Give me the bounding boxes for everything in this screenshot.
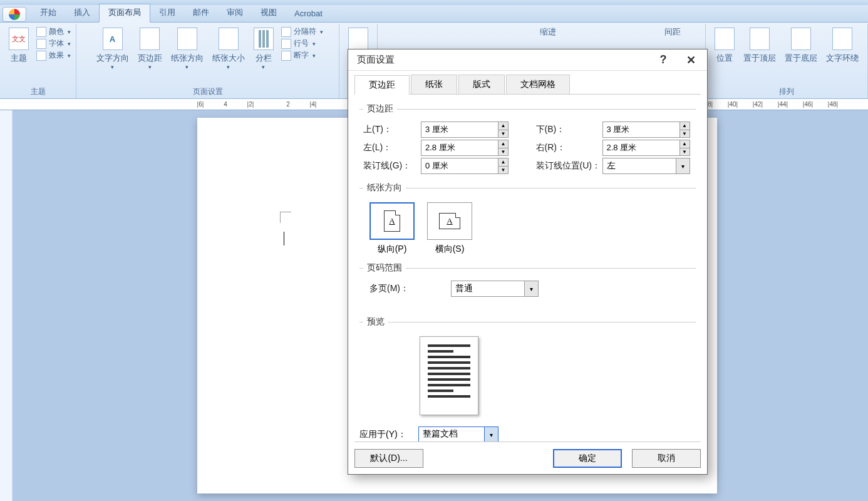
- dialog-tab-paper[interactable]: 纸张: [411, 75, 457, 94]
- tab-references[interactable]: 引用: [150, 4, 184, 22]
- top-label: 上(T)：: [363, 124, 421, 135]
- office-button[interactable]: [3, 7, 26, 22]
- theme-color[interactable]: 颜色▾: [36, 26, 71, 37]
- chevron-down-icon[interactable]: ▾: [676, 158, 690, 173]
- breaks-button[interactable]: 分隔符▾: [281, 26, 323, 37]
- orientation-legend: 纸张方向: [363, 182, 406, 194]
- dialog-help-button[interactable]: ?: [653, 53, 673, 68]
- hyphenation-button[interactable]: 断字▾: [281, 50, 323, 61]
- tab-insert[interactable]: 插入: [65, 4, 99, 22]
- gutter-label: 装订线(G)：: [363, 160, 421, 172]
- size-button[interactable]: 纸张大小▾: [209, 26, 249, 71]
- landscape-label: 横向(S): [435, 244, 465, 255]
- gutter-pos-combo[interactable]: 左▾: [602, 158, 690, 174]
- tab-layout[interactable]: 页面布局: [99, 4, 150, 23]
- tab-view[interactable]: 视图: [252, 4, 286, 22]
- orientation-button[interactable]: 纸张方向▾: [167, 26, 207, 71]
- ribbon-group-page-setup: A文字方向▾ 页边距▾ 纸张方向▾ 纸张大小▾ 分栏▾ 分隔符▾ 行号▾ 断字▾…: [76, 24, 339, 98]
- gutter-input[interactable]: [421, 158, 498, 173]
- margins-fieldset: 页边距 上(T)： ▲▼ 左(L)： ▲▼ 装订线(G)： ▲▼: [359, 103, 696, 176]
- tab-start[interactable]: 开始: [31, 4, 65, 22]
- preview-thumbnail: [420, 336, 478, 415]
- dialog-footer: 默认(D)... 确定 取消: [354, 442, 701, 474]
- text-wrap-button[interactable]: 文字环绕: [822, 26, 862, 65]
- dialog-tabs: 页边距 纸张 版式 文档网格: [354, 75, 701, 95]
- top-input[interactable]: [421, 122, 498, 137]
- dialog-tab-margins[interactable]: 页边距: [354, 75, 410, 95]
- preview-fieldset: 预览: [359, 316, 696, 415]
- preview-legend: 预览: [363, 316, 388, 328]
- theme-font[interactable]: 字体▾: [36, 38, 71, 49]
- vertical-ruler[interactable]: [0, 110, 13, 501]
- gutter-spinner[interactable]: ▲▼: [421, 158, 509, 174]
- text-direction-button[interactable]: A文字方向▾: [93, 26, 133, 71]
- text-wrap-icon: [832, 28, 852, 50]
- orientation-fieldset: 纸张方向 纵向(P) 横向(S): [359, 182, 696, 256]
- left-input[interactable]: [421, 140, 498, 155]
- tab-review[interactable]: 审阅: [218, 4, 252, 22]
- arrange-group-label: 排列: [711, 84, 862, 97]
- right-input[interactable]: [603, 140, 679, 155]
- portrait-label: 纵向(P): [378, 244, 407, 255]
- margins-icon: [140, 28, 160, 50]
- send-back-button[interactable]: 置于底层: [781, 26, 821, 65]
- theme-label: 主题: [11, 53, 27, 64]
- bring-front-button[interactable]: 置于顶层: [740, 26, 780, 65]
- margins-button[interactable]: 页边距▾: [134, 26, 166, 71]
- margins-legend: 页边距: [363, 103, 397, 115]
- right-spinner[interactable]: ▲▼: [602, 140, 690, 156]
- dialog-tab-grid[interactable]: 文档网格: [506, 75, 570, 94]
- line-numbers-icon: [281, 39, 291, 49]
- ok-button[interactable]: 确定: [553, 449, 622, 468]
- page-setup-group-label: 页面设置: [81, 84, 334, 97]
- default-button[interactable]: 默认(D)...: [354, 449, 423, 468]
- position-icon: [715, 28, 735, 50]
- theme-button[interactable]: 文文 主题: [5, 26, 33, 65]
- dialog-titlebar[interactable]: 页面设置 ? ✕: [348, 49, 707, 71]
- spin-down-icon[interactable]: ▼: [499, 130, 508, 138]
- left-label: 左(L)：: [363, 142, 421, 153]
- pages-legend: 页码范围: [363, 262, 406, 274]
- dialog-close-button[interactable]: ✕: [681, 53, 701, 68]
- left-spinner[interactable]: ▲▼: [421, 140, 509, 156]
- text-cursor: [284, 232, 284, 245]
- apply-to-label: 应用于(Y)：: [359, 429, 418, 440]
- ribbon-group-arrange: 位置 置于顶层 置于底层 文字环绕 排列: [706, 24, 868, 98]
- page-setup-dialog: 页面设置 ? ✕ 页边距 纸张 版式 文档网格 页边距 上(T)： ▲▼ 左(L…: [348, 49, 708, 475]
- apply-to-combo[interactable]: 整篇文档 ▾: [418, 426, 499, 442]
- dialog-tab-layout[interactable]: 版式: [458, 75, 505, 94]
- multipage-combo[interactable]: 普通▾: [451, 281, 539, 297]
- columns-icon: [254, 28, 274, 50]
- tab-mail[interactable]: 邮件: [184, 4, 218, 22]
- multipage-label: 多页(M)：: [369, 283, 451, 294]
- bring-front-icon: [750, 28, 770, 50]
- position-button[interactable]: 位置: [711, 26, 738, 65]
- bottom-label: 下(B)：: [536, 124, 602, 135]
- line-numbers-button[interactable]: 行号▾: [281, 38, 323, 49]
- right-label: 右(R)：: [536, 142, 602, 153]
- spin-up-icon[interactable]: ▲: [499, 122, 508, 130]
- orientation-portrait[interactable]: [369, 202, 415, 240]
- cancel-button[interactable]: 取消: [632, 449, 701, 468]
- theme-effect[interactable]: 效果▾: [36, 50, 71, 61]
- chevron-down-icon[interactable]: ▾: [484, 427, 498, 442]
- apply-to-row: 应用于(Y)： 整篇文档 ▾ 整篇文档 插入点之后: [359, 426, 696, 442]
- bottom-input[interactable]: [603, 122, 679, 137]
- stub-icon: [348, 28, 368, 50]
- theme-group-label: 主题: [5, 84, 71, 97]
- theme-icon: 文文: [12, 34, 26, 44]
- bottom-spinner[interactable]: ▲▼: [602, 121, 690, 138]
- gutter-pos-label: 装订线位置(U)：: [536, 160, 602, 172]
- chevron-down-icon[interactable]: ▾: [524, 281, 538, 296]
- top-spinner[interactable]: ▲▼: [421, 121, 509, 138]
- tab-acrobat[interactable]: Acrobat: [286, 6, 331, 22]
- orientation-landscape[interactable]: [427, 202, 472, 240]
- hyphenation-icon: [281, 51, 291, 61]
- margin-corner-icon: [280, 212, 291, 223]
- pages-fieldset: 页码范围 多页(M)： 普通▾: [359, 262, 696, 299]
- dialog-title: 页面设置: [357, 54, 395, 66]
- font-icon: [36, 39, 46, 49]
- send-back-icon: [791, 28, 811, 50]
- columns-button[interactable]: 分栏▾: [250, 26, 277, 71]
- text-direction-icon: A: [103, 28, 123, 50]
